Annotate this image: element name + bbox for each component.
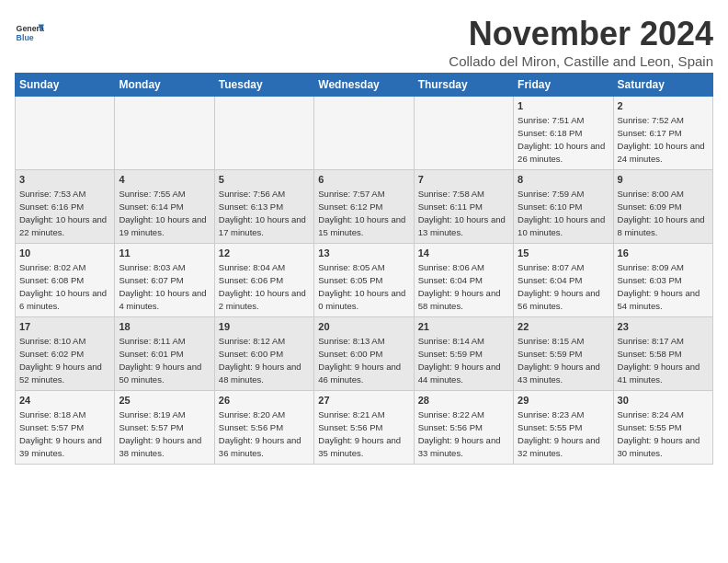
day-number: 5 [219, 173, 310, 187]
week-row-3: 10Sunrise: 8:02 AM Sunset: 6:08 PM Dayli… [16, 244, 713, 317]
day-cell: 3Sunrise: 7:53 AM Sunset: 6:16 PM Daylig… [16, 170, 115, 244]
day-cell: 11Sunrise: 8:03 AM Sunset: 6:07 PM Dayli… [115, 244, 214, 317]
day-cell: 9Sunrise: 8:00 AM Sunset: 6:09 PM Daylig… [613, 170, 712, 244]
day-cell [115, 97, 214, 170]
day-number: 30 [618, 394, 709, 408]
day-cell: 15Sunrise: 8:07 AM Sunset: 6:04 PM Dayli… [514, 244, 613, 317]
day-number: 24 [19, 394, 110, 408]
day-number: 1 [518, 99, 609, 113]
weekday-header-row: Sunday Monday Tuesday Wednesday Thursday… [16, 74, 713, 97]
day-info: Sunrise: 8:02 AM Sunset: 6:08 PM Dayligh… [19, 262, 107, 311]
day-cell: 24Sunrise: 8:18 AM Sunset: 5:57 PM Dayli… [16, 391, 115, 465]
day-info: Sunrise: 8:09 AM Sunset: 6:03 PM Dayligh… [618, 262, 700, 311]
day-cell: 16Sunrise: 8:09 AM Sunset: 6:03 PM Dayli… [613, 244, 712, 317]
day-number: 4 [119, 173, 210, 187]
day-number: 20 [318, 320, 409, 334]
header: General Blue November 2024 Collado del M… [15, 15, 713, 69]
day-number: 26 [219, 394, 310, 408]
day-cell: 30Sunrise: 8:24 AM Sunset: 5:55 PM Dayli… [613, 391, 712, 465]
day-number: 19 [219, 320, 310, 334]
day-number: 28 [418, 394, 509, 408]
day-info: Sunrise: 8:13 AM Sunset: 6:00 PM Dayligh… [318, 336, 401, 385]
day-number: 12 [219, 247, 310, 260]
day-info: Sunrise: 8:00 AM Sunset: 6:09 PM Dayligh… [618, 189, 705, 237]
calendar-table: Sunday Monday Tuesday Wednesday Thursday… [15, 73, 713, 465]
day-info: Sunrise: 8:21 AM Sunset: 5:56 PM Dayligh… [318, 409, 401, 458]
day-cell: 2Sunrise: 7:52 AM Sunset: 6:17 PM Daylig… [613, 97, 712, 170]
day-cell: 21Sunrise: 8:14 AM Sunset: 5:59 PM Dayli… [414, 317, 513, 391]
day-cell: 29Sunrise: 8:23 AM Sunset: 5:55 PM Dayli… [514, 391, 613, 465]
day-info: Sunrise: 8:20 AM Sunset: 5:56 PM Dayligh… [219, 409, 301, 458]
day-cell: 25Sunrise: 8:19 AM Sunset: 5:57 PM Dayli… [115, 391, 214, 465]
day-info: Sunrise: 7:56 AM Sunset: 6:13 PM Dayligh… [219, 189, 306, 237]
day-info: Sunrise: 7:59 AM Sunset: 6:10 PM Dayligh… [518, 189, 605, 237]
day-info: Sunrise: 8:07 AM Sunset: 6:04 PM Dayligh… [518, 262, 600, 311]
day-info: Sunrise: 8:12 AM Sunset: 6:00 PM Dayligh… [219, 336, 301, 385]
day-info: Sunrise: 7:53 AM Sunset: 6:16 PM Dayligh… [19, 189, 107, 237]
header-monday: Monday [115, 74, 214, 97]
day-number: 11 [119, 247, 210, 260]
day-number: 21 [418, 320, 509, 334]
header-sunday: Sunday [16, 74, 115, 97]
header-tuesday: Tuesday [214, 74, 313, 97]
day-cell: 6Sunrise: 7:57 AM Sunset: 6:12 PM Daylig… [314, 170, 414, 244]
day-cell: 27Sunrise: 8:21 AM Sunset: 5:56 PM Dayli… [314, 391, 414, 465]
calendar-title: November 2024 [449, 15, 713, 53]
day-cell [16, 97, 115, 170]
logo: General Blue [15, 18, 44, 48]
day-cell: 10Sunrise: 8:02 AM Sunset: 6:08 PM Dayli… [16, 244, 115, 317]
day-info: Sunrise: 8:17 AM Sunset: 5:58 PM Dayligh… [618, 336, 700, 385]
day-cell: 22Sunrise: 8:15 AM Sunset: 5:59 PM Dayli… [514, 317, 613, 391]
day-info: Sunrise: 8:23 AM Sunset: 5:55 PM Dayligh… [518, 409, 600, 458]
title-block: November 2024 Collado del Miron, Castill… [449, 15, 713, 69]
day-number: 16 [618, 247, 709, 260]
day-info: Sunrise: 8:14 AM Sunset: 5:59 PM Dayligh… [418, 336, 501, 385]
day-info: Sunrise: 8:10 AM Sunset: 6:02 PM Dayligh… [19, 336, 102, 385]
day-cell: 13Sunrise: 8:05 AM Sunset: 6:05 PM Dayli… [314, 244, 414, 317]
day-info: Sunrise: 8:15 AM Sunset: 5:59 PM Dayligh… [518, 336, 600, 385]
week-row-1: 1Sunrise: 7:51 AM Sunset: 6:18 PM Daylig… [16, 97, 713, 170]
day-cell: 1Sunrise: 7:51 AM Sunset: 6:18 PM Daylig… [514, 97, 613, 170]
day-number: 22 [518, 320, 609, 334]
calendar-subtitle: Collado del Miron, Castille and Leon, Sp… [449, 53, 713, 69]
day-number: 29 [518, 394, 609, 408]
day-cell: 17Sunrise: 8:10 AM Sunset: 6:02 PM Dayli… [16, 317, 115, 391]
day-cell: 18Sunrise: 8:11 AM Sunset: 6:01 PM Dayli… [115, 317, 214, 391]
day-info: Sunrise: 8:05 AM Sunset: 6:05 PM Dayligh… [318, 262, 405, 311]
day-info: Sunrise: 8:18 AM Sunset: 5:57 PM Dayligh… [19, 409, 102, 458]
day-cell: 5Sunrise: 7:56 AM Sunset: 6:13 PM Daylig… [214, 170, 313, 244]
day-number: 10 [19, 247, 110, 260]
day-cell: 26Sunrise: 8:20 AM Sunset: 5:56 PM Dayli… [214, 391, 313, 465]
day-cell [414, 97, 513, 170]
day-cell: 20Sunrise: 8:13 AM Sunset: 6:00 PM Dayli… [314, 317, 414, 391]
day-number: 27 [318, 394, 409, 408]
day-number: 25 [119, 394, 210, 408]
day-info: Sunrise: 8:24 AM Sunset: 5:55 PM Dayligh… [618, 409, 700, 458]
day-number: 18 [119, 320, 210, 334]
day-info: Sunrise: 7:57 AM Sunset: 6:12 PM Dayligh… [318, 189, 405, 237]
day-cell: 12Sunrise: 8:04 AM Sunset: 6:06 PM Dayli… [214, 244, 313, 317]
day-number: 7 [418, 173, 509, 187]
header-thursday: Thursday [414, 74, 513, 97]
week-row-2: 3Sunrise: 7:53 AM Sunset: 6:16 PM Daylig… [16, 170, 713, 244]
day-number: 14 [418, 247, 509, 260]
day-cell: 14Sunrise: 8:06 AM Sunset: 6:04 PM Dayli… [414, 244, 513, 317]
header-saturday: Saturday [613, 74, 712, 97]
week-row-4: 17Sunrise: 8:10 AM Sunset: 6:02 PM Dayli… [16, 317, 713, 391]
day-cell: 28Sunrise: 8:22 AM Sunset: 5:56 PM Dayli… [414, 391, 513, 465]
day-number: 8 [518, 173, 609, 187]
day-info: Sunrise: 8:06 AM Sunset: 6:04 PM Dayligh… [418, 262, 501, 311]
day-cell: 8Sunrise: 7:59 AM Sunset: 6:10 PM Daylig… [514, 170, 613, 244]
day-info: Sunrise: 7:58 AM Sunset: 6:11 PM Dayligh… [418, 189, 506, 237]
day-number: 2 [618, 99, 709, 113]
day-info: Sunrise: 8:22 AM Sunset: 5:56 PM Dayligh… [418, 409, 501, 458]
week-row-5: 24Sunrise: 8:18 AM Sunset: 5:57 PM Dayli… [16, 391, 713, 465]
day-info: Sunrise: 7:51 AM Sunset: 6:18 PM Dayligh… [518, 115, 605, 164]
day-info: Sunrise: 7:52 AM Sunset: 6:17 PM Dayligh… [618, 115, 705, 164]
day-info: Sunrise: 8:04 AM Sunset: 6:06 PM Dayligh… [219, 262, 306, 311]
day-number: 17 [19, 320, 110, 334]
day-cell: 4Sunrise: 7:55 AM Sunset: 6:14 PM Daylig… [115, 170, 214, 244]
day-cell: 19Sunrise: 8:12 AM Sunset: 6:00 PM Dayli… [214, 317, 313, 391]
day-number: 23 [618, 320, 709, 334]
day-info: Sunrise: 7:55 AM Sunset: 6:14 PM Dayligh… [119, 189, 206, 237]
